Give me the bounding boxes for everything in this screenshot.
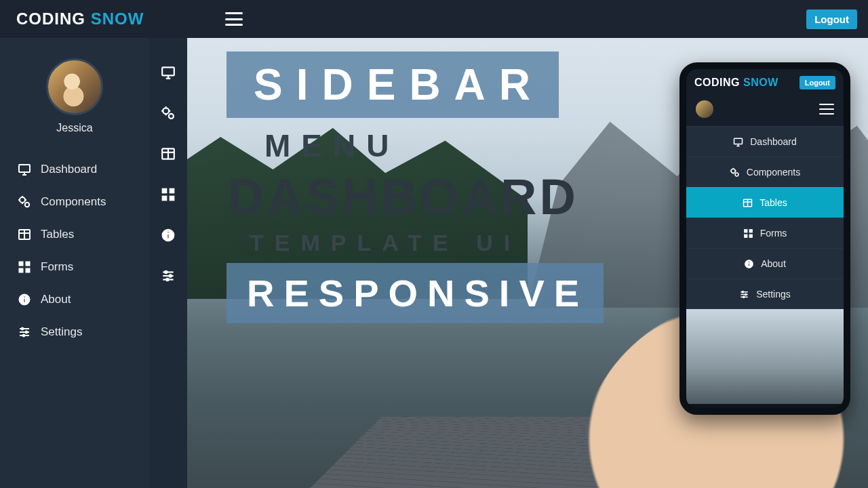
sidebar-item-dashboard[interactable]: Dashboard <box>0 153 149 186</box>
topbar: CODING SNOW Logout <box>0 0 868 38</box>
phone-item-components[interactable]: Components <box>686 157 844 187</box>
sidebar-item-forms[interactable]: Forms <box>0 251 149 283</box>
avatar <box>46 58 103 115</box>
sidebar-item-label: Dashboard <box>41 163 97 176</box>
brand-part1: CODING <box>16 9 85 28</box>
info-icon <box>744 259 754 269</box>
phone-topbar: CODING SNOW Logout <box>686 69 844 96</box>
monitor-icon <box>733 137 743 147</box>
hero-line-5: RESPONSIVE <box>226 263 604 323</box>
table-icon <box>743 198 753 208</box>
sidebar-item-components[interactable]: Components <box>0 186 149 218</box>
phone-item-label: Forms <box>760 228 787 239</box>
info-icon <box>18 293 31 306</box>
rail-cogs-icon[interactable] <box>161 106 176 121</box>
sidebar-item-label: Forms <box>41 260 73 274</box>
hero-line-4: TEMPLATE UI <box>250 230 604 256</box>
cogs-icon <box>18 195 31 209</box>
phone-item-label: Tables <box>760 197 787 208</box>
hero-line-3: DASHBOARD <box>228 168 604 226</box>
phone-brand: CODING SNOW <box>694 77 778 89</box>
logout-button[interactable]: Logout <box>806 9 857 29</box>
phone-menu-toggle-icon[interactable] <box>819 104 834 115</box>
username-label: Jessica <box>56 122 92 134</box>
sidebar-nav: Dashboard Components Tables Forms About … <box>0 153 149 348</box>
sliders-icon <box>739 289 749 300</box>
brand-part2: SNOW <box>91 9 144 28</box>
phone-item-dashboard[interactable]: Dashboard <box>686 126 844 157</box>
sidebar-item-label: Components <box>41 195 106 209</box>
monitor-icon <box>18 163 31 176</box>
cogs-icon <box>730 167 740 178</box>
rail-monitor-icon[interactable] <box>161 65 176 80</box>
rail-sliders-icon[interactable] <box>161 268 176 283</box>
hero-line-1: SIDEBAR <box>226 52 559 118</box>
sidebar-item-label: About <box>41 293 71 306</box>
rail-grid-icon[interactable] <box>161 187 176 202</box>
phone-logout-button[interactable]: Logout <box>800 76 835 89</box>
brand-logo: CODING SNOW <box>16 9 144 28</box>
sidebar-item-about[interactable]: About <box>0 283 149 316</box>
phone-item-tables[interactable]: Tables <box>686 187 844 218</box>
phone-nav: Dashboard Components Tables Forms About <box>686 126 844 309</box>
sidebar-item-settings[interactable]: Settings <box>0 316 149 348</box>
phone-item-label: Settings <box>756 289 791 300</box>
sidebar: Jessica Dashboard Components Tables Form… <box>0 38 149 488</box>
rail-info-icon[interactable] <box>161 228 176 243</box>
rail-table-icon[interactable] <box>161 146 176 161</box>
phone-item-settings[interactable]: Settings <box>686 279 844 309</box>
phone-item-label: Dashboard <box>750 136 797 147</box>
phone-background <box>686 309 844 404</box>
sidebar-rail <box>149 38 187 488</box>
phone-item-about[interactable]: About <box>686 248 844 279</box>
phone-item-forms[interactable]: Forms <box>686 218 844 248</box>
sidebar-item-label: Settings <box>41 325 82 339</box>
phone-item-label: About <box>761 258 786 269</box>
phone-subbar <box>686 96 844 126</box>
phone-item-label: Components <box>747 167 800 178</box>
phone-avatar[interactable] <box>696 100 713 118</box>
phone-mockup: CODING SNOW Logout Dashboard Components <box>679 62 850 415</box>
content-area: SIDEBAR MENU DASHBOARD TEMPLATE UI RESPO… <box>187 38 868 488</box>
sidebar-item-label: Tables <box>41 228 74 241</box>
menu-toggle-icon[interactable] <box>225 12 243 26</box>
hero-text: SIDEBAR MENU DASHBOARD TEMPLATE UI RESPO… <box>226 52 604 327</box>
sidebar-item-tables[interactable]: Tables <box>0 218 149 251</box>
table-icon <box>18 228 31 241</box>
user-profile[interactable]: Jessica <box>0 58 149 134</box>
sliders-icon <box>18 325 31 339</box>
grid-icon <box>18 260 31 274</box>
grid-icon <box>743 228 753 239</box>
hero-line-2: MENU <box>264 127 604 164</box>
